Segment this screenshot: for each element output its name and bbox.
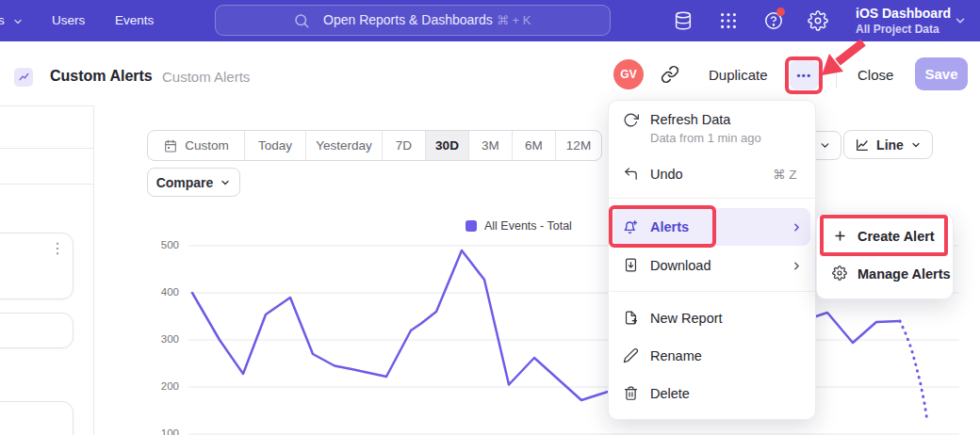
settings-icon[interactable] — [808, 10, 828, 31]
search-shortcut: ⌘ + K — [497, 13, 531, 27]
menu-item-download[interactable]: Download — [650, 258, 711, 273]
nav-item-events[interactable]: Events — [115, 13, 154, 27]
menu-divider — [608, 291, 816, 292]
plus-icon — [833, 229, 847, 243]
more-actions-menu — [608, 100, 816, 420]
project-switcher[interactable]: iOS Dashboard All Project Data — [856, 0, 978, 41]
y-tick-label: 100 — [149, 427, 179, 435]
compare-button[interactable]: Compare — [147, 168, 240, 197]
alerts-submenu — [816, 213, 954, 299]
chevron-right-icon — [791, 260, 803, 272]
date-range-yesterday[interactable]: Yesterday — [305, 131, 382, 160]
dashboard-title: iOS Dashboard — [856, 6, 951, 21]
query-card[interactable]: ⋮ — [0, 233, 74, 299]
search-icon — [293, 12, 310, 29]
file-plus-icon — [623, 310, 639, 326]
date-range-custom[interactable]: Custom — [148, 131, 244, 160]
y-tick-label: 300 — [149, 333, 179, 345]
gear-icon — [832, 266, 847, 281]
data-icon[interactable] — [673, 10, 694, 31]
query-card[interactable] — [0, 313, 74, 348]
menu-divider — [608, 198, 816, 199]
nav-item-users[interactable]: Users — [52, 13, 85, 27]
date-range-3m[interactable]: 3M — [468, 131, 512, 160]
top-nav: s Users Events ⌘ + K — [0, 0, 980, 41]
trash-icon — [623, 385, 639, 401]
chevron-down-icon — [910, 139, 922, 151]
query-card[interactable] — [0, 401, 74, 435]
search-input[interactable] — [321, 11, 514, 28]
project-subtitle: All Project Data — [856, 23, 939, 36]
chevron-right-icon — [791, 221, 803, 234]
pencil-icon — [623, 347, 639, 363]
undo-shortcut: ⌘ Z — [773, 167, 797, 182]
y-tick-label: 400 — [149, 286, 179, 298]
menu-refresh-subtitle: Data from 1 min ago — [650, 131, 761, 145]
date-range-6m[interactable]: 6M — [512, 131, 555, 160]
submenu-item-manage-alerts[interactable]: Manage Alerts — [858, 266, 951, 282]
menu-item-delete[interactable]: Delete — [650, 386, 690, 401]
date-range-30d[interactable]: 30D — [425, 131, 468, 160]
menu-item-new-report[interactable]: New Report — [650, 311, 723, 326]
submenu-item-create-alert[interactable]: Create Alert — [858, 229, 935, 244]
app-root: 500400300200100 All Events - Total ⋮ Cus… — [0, 0, 980, 435]
date-range-7d[interactable]: 7D — [382, 131, 425, 160]
date-range-12m[interactable]: 12M — [555, 131, 601, 160]
legend-series-label: All Events - Total — [484, 219, 572, 233]
notification-dot — [776, 8, 785, 16]
date-range-today[interactable]: Today — [244, 131, 305, 160]
y-tick-label: 200 — [149, 380, 179, 392]
menu-item-refresh[interactable]: Refresh Data — [650, 112, 730, 127]
global-search[interactable]: ⌘ + K — [215, 5, 611, 36]
bell-plus-icon — [622, 219, 638, 235]
nav-item-partial[interactable]: s — [0, 13, 5, 27]
y-tick-label: 500 — [149, 239, 179, 250]
help-icon[interactable] — [763, 10, 784, 31]
chevron-down-icon — [12, 16, 24, 27]
chevron-down-icon — [819, 139, 831, 152]
kebab-menu-icon[interactable]: ⋮ — [50, 241, 65, 256]
menu-item-undo[interactable]: Undo — [650, 167, 683, 182]
line-chart-icon — [855, 137, 870, 153]
chart-type-label: Line — [876, 137, 904, 153]
chevron-down-icon — [220, 177, 231, 188]
chart-legend[interactable]: All Events - Total — [466, 219, 572, 233]
chevron-down-icon — [954, 14, 967, 27]
undo-icon — [623, 166, 639, 182]
chart-type-button[interactable]: Line — [843, 130, 933, 159]
apps-grid-icon[interactable] — [718, 10, 739, 31]
legend-swatch — [466, 220, 477, 232]
menu-item-alerts[interactable] — [613, 208, 810, 246]
date-range-label: Custom — [185, 131, 229, 160]
alerts-label: Alerts — [650, 219, 689, 234]
compare-label: Compare — [156, 175, 214, 190]
refresh-icon — [623, 112, 639, 128]
menu-item-rename[interactable]: Rename — [650, 348, 702, 363]
date-range-control: Custom Today Yesterday 7D 30D 3M 6M 12M — [147, 130, 602, 161]
download-icon — [623, 257, 639, 273]
calendar-icon — [163, 138, 178, 153]
